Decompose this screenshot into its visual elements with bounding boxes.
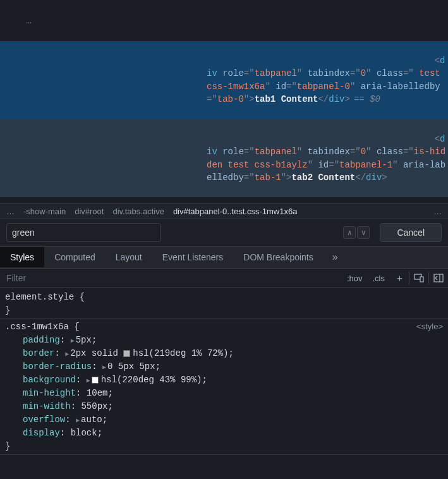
expand-arrow-icon[interactable]: ▶ xyxy=(87,376,90,385)
breadcrumb-overflow-left[interactable]: … xyxy=(6,207,15,216)
search-input[interactable] xyxy=(6,223,161,242)
breadcrumb-item-active[interactable]: div#tabpanel-0..test.css-1mw1x6a xyxy=(173,207,298,216)
tab-computed[interactable]: Computed xyxy=(44,247,106,267)
selected-indicator: == $0 xyxy=(354,94,380,104)
plus-icon: ＋ xyxy=(395,272,404,284)
styles-panel: element.style { } <style> .css-1mw1x6a {… xyxy=(0,288,448,459)
chevron-double-right-icon: » xyxy=(332,252,338,262)
tab-dom-breakpoints[interactable]: DOM Breakpoints xyxy=(233,247,323,267)
chevron-down-icon: ∨ xyxy=(361,228,366,238)
decl-overflow[interactable]: overflow: ▶auto; xyxy=(5,413,443,427)
dom-tree: … <div role="tabpanel" tabindex="0" clas… xyxy=(0,0,448,203)
tabs-overflow-button[interactable]: » xyxy=(324,246,347,268)
panel-icon xyxy=(433,274,444,282)
styles-filter-input[interactable] xyxy=(0,269,342,288)
styles-tabstrip: Styles Computed Layout Event Listeners D… xyxy=(0,246,448,269)
decl-background[interactable]: background: ▶hsl(220deg 43% 99%); xyxy=(5,373,443,387)
decl-border[interactable]: border: ▶2px solid hsl(219deg 1% 72%); xyxy=(5,347,443,360)
breadcrumb-item[interactable]: div.tabs.active xyxy=(112,207,164,216)
search-bar: ∧ ∨ Cancel xyxy=(0,219,448,246)
chevron-up-icon: ∧ xyxy=(348,228,352,238)
search-prev-button[interactable]: ∧ xyxy=(343,226,356,239)
dom-close-div-inner[interactable]: </div> xyxy=(0,197,448,203)
device-icon xyxy=(414,274,424,282)
dom-node-tabpanel-0[interactable]: <div role="tabpanel" tabindex="0" class=… xyxy=(0,41,448,119)
tab-layout[interactable]: Layout xyxy=(106,247,152,267)
stylesheet-source-link[interactable]: <style> xyxy=(416,320,443,333)
breadcrumb-item[interactable]: -show-main xyxy=(23,207,66,216)
decl-border-radius[interactable]: border-radius: ▶0 5px 5px; xyxy=(5,360,443,373)
decl-padding[interactable]: padding: ▶5px; xyxy=(5,334,443,347)
rule-element-style[interactable]: element.style { } xyxy=(5,291,443,317)
styles-filter-bar: :hov .cls ＋ xyxy=(0,269,448,288)
tab-styles[interactable]: Styles xyxy=(0,247,44,267)
expand-arrow-icon[interactable]: ▶ xyxy=(76,416,80,425)
decl-min-height[interactable]: min-height: 10em; xyxy=(5,387,443,400)
svg-rect-1 xyxy=(420,277,423,282)
rule-css-1mw1x6a[interactable]: <style> .css-1mw1x6a { padding: ▶5px; bo… xyxy=(5,320,443,453)
search-next-button[interactable]: ∨ xyxy=(357,226,370,239)
device-mode-button[interactable] xyxy=(409,274,428,282)
hov-button[interactable]: :hov xyxy=(342,270,368,287)
dom-node-tabpanel-1[interactable]: <div role="tabpanel" tabindex="0" class=… xyxy=(0,119,448,198)
new-style-rule-button[interactable]: ＋ xyxy=(390,272,409,284)
breadcrumb-overflow-right[interactable]: … xyxy=(433,207,442,216)
expand-arrow-icon[interactable]: ▶ xyxy=(65,349,69,359)
expand-arrow-icon[interactable]: ▶ xyxy=(102,363,106,372)
breadcrumb: … -show-main div#root div.tabs.active di… xyxy=(0,203,448,219)
tab-event-listeners[interactable]: Event Listeners xyxy=(152,247,234,267)
decl-min-width[interactable]: min-width: 550px; xyxy=(5,400,443,413)
color-swatch[interactable] xyxy=(92,377,99,384)
toggle-sidebar-button[interactable] xyxy=(429,274,448,282)
expand-arrow-icon[interactable]: ▶ xyxy=(71,336,75,346)
cancel-button[interactable]: Cancel xyxy=(380,223,442,242)
ellipsis-icon: … xyxy=(24,16,32,26)
color-swatch[interactable] xyxy=(123,350,130,357)
decl-display[interactable]: display: block; xyxy=(5,427,443,440)
breadcrumb-item[interactable]: div#root xyxy=(75,207,104,216)
cls-button[interactable]: .cls xyxy=(368,270,390,287)
